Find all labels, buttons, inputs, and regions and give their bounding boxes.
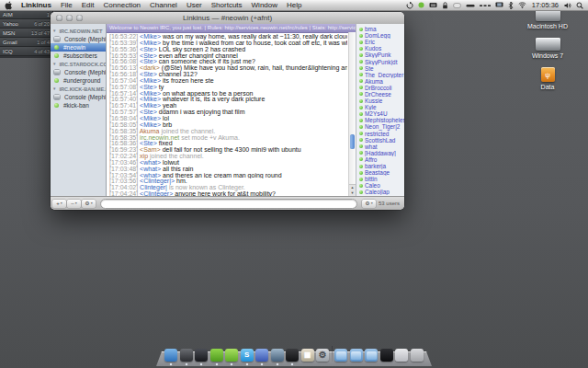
message-nick[interactable]: xip xyxy=(140,154,148,159)
user-item[interactable]: Caleo xyxy=(356,182,404,189)
message-nick[interactable]: <what> xyxy=(140,160,161,166)
user-item[interactable]: M2Ys4U xyxy=(356,110,404,117)
menu-window[interactable]: Window xyxy=(247,0,282,10)
contact-group-row[interactable]: Gmail 1 of 4 xyxy=(0,38,52,47)
message-nick[interactable]: <Mike> xyxy=(140,103,161,109)
contact-group-row[interactable]: ICQ 4 of 43 xyxy=(0,47,52,56)
menu-file[interactable]: File xyxy=(56,0,77,10)
menu-help[interactable]: Help xyxy=(282,0,306,10)
dock-item-mail[interactable] xyxy=(271,349,284,362)
message-nick[interactable]: Akuma xyxy=(140,129,160,134)
message-nick[interactable]: <Mike> xyxy=(140,122,161,128)
user-item[interactable]: barkerja xyxy=(356,163,404,169)
user-item[interactable]: [Haddaway] xyxy=(356,150,404,156)
menu-user[interactable]: User xyxy=(182,0,207,10)
user-item[interactable]: bma xyxy=(356,26,404,32)
dock-item-skype[interactable]: S xyxy=(241,349,254,362)
dock-item-app-green[interactable] xyxy=(225,349,238,362)
menu-channel[interactable]: Channel xyxy=(145,0,182,10)
scrollbar-arrows[interactable]: ▲ ▼ xyxy=(349,184,356,197)
contact-group-row[interactable]: AIM 1 xyxy=(0,10,52,19)
time-machine-icon[interactable] xyxy=(453,3,461,8)
dock-item-stack-folder-3[interactable] xyxy=(365,349,378,362)
user-item[interactable]: Akuma xyxy=(356,78,404,85)
dock-item-app-display[interactable] xyxy=(380,349,393,362)
message-nick[interactable]: <Ste> xyxy=(140,85,157,90)
sidebar-row[interactable]: #subscribers xyxy=(51,52,106,60)
user-item[interactable]: what xyxy=(356,144,404,150)
message-nick[interactable]: <Ste> xyxy=(140,53,157,59)
dock-item-app-blue[interactable] xyxy=(255,349,268,362)
remove-button[interactable]: –▾ xyxy=(67,200,81,208)
user-item[interactable]: SkyyPunk|dt xyxy=(356,58,404,64)
message-nick[interactable]: <Mike> xyxy=(140,34,161,40)
chat-scrollbar[interactable]: ▲ ▼ xyxy=(348,32,356,197)
sidebar-row[interactable]: #kick-ban xyxy=(51,101,106,109)
action-gear-button[interactable]: ⚙▾ xyxy=(82,200,96,208)
minimize-button[interactable] xyxy=(66,15,73,21)
menu-bar-clock[interactable]: 17:05:36 xyxy=(531,1,560,9)
user-item[interactable]: ScottishLad xyxy=(356,137,404,144)
message-nick[interactable]: <Ste> xyxy=(140,109,157,115)
message-input[interactable] xyxy=(100,199,357,209)
user-item[interactable]: Eric xyxy=(356,39,404,45)
contact-group-row[interactable]: MSN 13 of 47 xyxy=(0,29,52,38)
spaces-icon[interactable] xyxy=(480,3,491,8)
window-title-bar[interactable]: Linkinus — #neowin (+afnt) xyxy=(51,12,404,25)
dock-item-divider[interactable] xyxy=(332,346,333,362)
message-nick[interactable]: <Clinteger|> xyxy=(140,178,175,184)
dock-item-app-dark-orb[interactable] xyxy=(195,349,208,362)
message-nick[interactable]: <Ste> xyxy=(140,47,157,52)
user-item[interactable]: Kudos xyxy=(356,45,404,52)
dock-item-stack-folder-2[interactable] xyxy=(350,349,363,362)
message-nick[interactable]: <Ste> xyxy=(140,59,157,64)
desktop-icon[interactable]: Windows 7 xyxy=(514,38,581,59)
menu-app-name[interactable]: Linkinus xyxy=(17,0,56,10)
sync-icon[interactable] xyxy=(406,2,413,9)
user-item[interactable]: bittin xyxy=(356,176,404,182)
desktop-icon[interactable]: Macintosh HD xyxy=(514,8,581,29)
message-nick[interactable]: <Mike> xyxy=(140,78,161,84)
add-button[interactable]: +▾ xyxy=(52,200,66,208)
message-nick[interactable]: <Sam> xyxy=(140,147,161,153)
zoom-button[interactable] xyxy=(76,15,83,21)
dock-item-app-candybar[interactable] xyxy=(180,349,193,362)
input-menu-icon[interactable] xyxy=(466,3,475,8)
dock-item-app-window[interactable] xyxy=(395,349,408,362)
sidebar-row[interactable]: ▼ IRC.KICK-BAN.ME.UK xyxy=(51,85,106,93)
sidebar-row[interactable]: #neowin xyxy=(51,43,106,52)
message-nick[interactable]: <dark> xyxy=(140,65,160,71)
user-item[interactable]: Neon_Tiger|2 xyxy=(356,123,404,130)
dock-item-stack-folder-1[interactable] xyxy=(334,349,347,362)
user-item[interactable]: Ste xyxy=(356,65,404,72)
sidebar-row[interactable]: ▼ IRC.STARDOCK.COM xyxy=(51,60,106,68)
user-item[interactable]: SkyyPunk xyxy=(356,52,404,58)
dock-item-app-grid[interactable]: ▦ xyxy=(301,349,314,362)
user-item[interactable]: Beastage xyxy=(356,169,404,176)
menu-shortcuts[interactable]: Shortcuts xyxy=(207,0,247,10)
contact-group-row[interactable]: Yahoo 6 of 20 xyxy=(0,19,52,29)
dock-item-finder[interactable] xyxy=(164,349,177,362)
message-nick[interactable]: <Mike> xyxy=(140,97,161,102)
message-nick[interactable]: <what> xyxy=(140,167,161,172)
userlist-gear-button[interactable]: ⚙▾ xyxy=(362,200,376,208)
sidebar-row[interactable]: ▼ IRC.NEOWIN.NET xyxy=(51,27,106,35)
user-item[interactable]: DomLegg xyxy=(356,32,404,39)
lock-icon[interactable] xyxy=(442,2,448,9)
message-nick[interactable]: <Ste> xyxy=(140,72,157,77)
apple-menu-icon[interactable] xyxy=(5,1,13,9)
user-item[interactable]: restricted xyxy=(356,131,404,137)
scrollbar-thumb[interactable] xyxy=(350,134,355,149)
user-item[interactable]: Kyle xyxy=(356,104,404,110)
menu-connection[interactable]: Connection xyxy=(99,0,145,10)
displays-icon[interactable] xyxy=(495,2,503,8)
keyboard-icon[interactable] xyxy=(429,2,437,8)
wifi-icon[interactable] xyxy=(518,2,526,8)
desktop-icon[interactable]: ψ Data xyxy=(514,67,581,90)
dock-item-trash[interactable] xyxy=(411,349,424,362)
message-nick[interactable]: <what> xyxy=(140,173,161,178)
user-item[interactable]: Mephistopheles xyxy=(356,117,404,123)
sidebar-row[interactable]: Console (Mephist… xyxy=(51,35,106,43)
dock-item-adium[interactable] xyxy=(210,349,223,362)
message-nick[interactable]: <Ste> xyxy=(140,141,157,146)
